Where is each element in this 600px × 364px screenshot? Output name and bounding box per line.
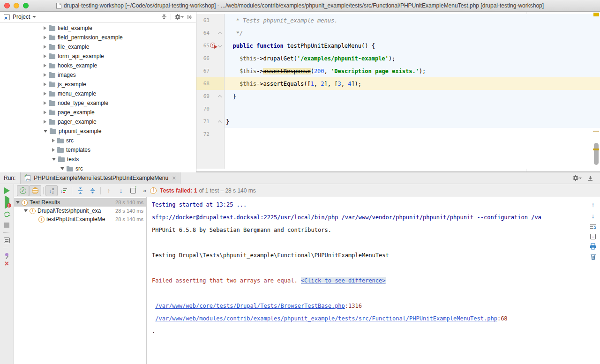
project-tree-item[interactable]: file_example	[0, 42, 196, 52]
test-tree-item[interactable]: !Test Results28 s 140 ms	[14, 198, 146, 207]
down-the-stacktrace-button[interactable]: ↓	[592, 212, 595, 220]
editor-line[interactable]: 72	[196, 128, 600, 141]
chevron-right-icon[interactable]	[44, 54, 46, 58]
line-number[interactable]: 66	[196, 55, 210, 61]
editor-line[interactable]: 64 */	[196, 27, 600, 39]
chevron-right-icon[interactable]	[44, 92, 46, 96]
rerun-failed-tests-button[interactable]: !	[5, 198, 9, 207]
print-button[interactable]	[590, 243, 596, 250]
project-tree-item[interactable]: field_example	[0, 23, 196, 33]
test-tree-item[interactable]: !testPhpUnitExampleMe28 s 140 ms	[14, 215, 146, 223]
project-panel-title[interactable]: Project	[13, 14, 30, 20]
line-number[interactable]: 70	[196, 106, 210, 112]
chevron-right-icon[interactable]	[44, 45, 46, 49]
console-link[interactable]: <Click to see difference>	[301, 277, 386, 284]
toggle-auto-test-button[interactable]	[3, 211, 11, 218]
failed-test-gutter-icon[interactable]: !	[210, 43, 215, 48]
fold-marker-icon[interactable]	[218, 44, 222, 47]
project-tree-item[interactable]: src	[0, 164, 196, 172]
chevron-right-icon[interactable]	[52, 139, 55, 142]
next-failed-test-button[interactable]: ↓	[115, 185, 127, 196]
more-actions-button[interactable]: »	[143, 187, 146, 194]
project-tree-item[interactable]: templates	[0, 145, 196, 155]
chevron-down-icon[interactable]	[16, 201, 20, 204]
close-tab-icon[interactable]: ×	[172, 175, 176, 181]
stripe-mark[interactable]	[593, 131, 599, 132]
select-opened-file-button[interactable]	[161, 14, 167, 20]
line-number[interactable]: 63	[196, 17, 210, 23]
editor-gutter[interactable]: 69	[196, 90, 225, 103]
project-tree-item[interactable]: page_example	[0, 108, 196, 117]
show-ignored-button[interactable]	[29, 185, 41, 196]
editor-line[interactable]: 69 }	[196, 90, 600, 103]
project-tree-item[interactable]: node_type_example	[0, 98, 196, 108]
project-settings-button[interactable]	[174, 14, 184, 20]
code-editor[interactable]: 63 * Tests phpunit_example menus.64 */65…	[196, 12, 600, 172]
error-stripe[interactable]	[592, 12, 600, 171]
console-link[interactable]: /var/www/web/modules/contrib/examples/ph…	[155, 315, 497, 322]
editor-line[interactable]: 65! public function testPhpUnitExampleMe…	[196, 39, 600, 52]
hide-run-panel-button[interactable]	[587, 175, 593, 181]
project-tree-item[interactable]: menu_example	[0, 89, 196, 98]
chevron-right-icon[interactable]	[44, 82, 46, 86]
chevron-right-icon[interactable]	[52, 148, 55, 152]
editor-gutter[interactable]: 71	[196, 115, 225, 128]
run-configuration-tab[interactable]: php ✓ PHPUnitExampleMenuTest.testPhpUnit…	[20, 172, 180, 184]
editor-line[interactable]: 67 $this->assertResponse(200, 'Descripti…	[196, 65, 600, 77]
project-tree-item[interactable]: pager_example	[0, 117, 196, 126]
chevron-down-icon[interactable]	[32, 16, 36, 20]
test-history-button[interactable]	[127, 185, 139, 196]
pin-tab-button[interactable]	[5, 253, 8, 256]
editor-gutter[interactable]: 66	[196, 52, 225, 65]
line-number[interactable]: 69	[196, 93, 210, 99]
editor-line[interactable]: 63 * Tests phpunit_example menus.	[196, 14, 600, 27]
zoom-window-button[interactable]	[23, 3, 29, 8]
editor-gutter[interactable]: 64	[196, 27, 225, 39]
chevron-down-icon[interactable]	[24, 209, 28, 212]
editor-gutter[interactable]: 65!	[196, 39, 225, 52]
clear-all-button[interactable]	[590, 253, 596, 260]
editor-scrollbar[interactable]	[594, 143, 599, 165]
minimize-window-button[interactable]	[14, 3, 19, 8]
warning-stripe-mark[interactable]	[593, 13, 599, 16]
collapse-all-button[interactable]	[86, 185, 98, 196]
fold-marker-icon[interactable]	[218, 120, 222, 124]
chevron-right-icon[interactable]	[44, 111, 46, 114]
soft-wrap-button[interactable]	[590, 223, 596, 230]
chevron-right-icon[interactable]	[44, 36, 46, 39]
test-tree-item[interactable]: !Drupal\Tests\phpunit_exa28 s 140 ms	[14, 207, 146, 215]
rerun-button[interactable]	[4, 187, 10, 194]
sort-alphabetically-button[interactable]: ↓az	[45, 185, 58, 196]
editor-line[interactable]: 71}	[196, 115, 600, 128]
line-number[interactable]: 68	[196, 81, 210, 87]
line-number[interactable]: 67	[196, 68, 210, 74]
editor-gutter[interactable]: 72	[196, 128, 225, 141]
editor-gutter[interactable]: 70	[196, 103, 225, 115]
close-run-panel-button[interactable]: ×	[5, 260, 9, 267]
line-number[interactable]: 71	[196, 119, 210, 125]
scroll-to-end-button[interactable]: ↓	[590, 234, 596, 239]
up-the-stacktrace-button[interactable]: ↑	[592, 201, 595, 208]
show-console-layout-button[interactable]	[4, 238, 10, 243]
project-tree-item[interactable]: js_example	[0, 80, 196, 89]
project-tree-item[interactable]: src	[0, 136, 196, 145]
chevron-right-icon[interactable]	[44, 64, 46, 67]
sort-by-duration-button[interactable]: ↓	[58, 185, 70, 196]
close-window-button[interactable]	[4, 3, 10, 8]
test-console[interactable]: Testing started at 13:25 ...sftp://docke…	[147, 197, 586, 364]
editor-line[interactable]: 66 $this->drupalGet('/examples/phpunit-e…	[196, 52, 600, 65]
stripe-mark[interactable]	[593, 149, 599, 150]
chevron-down-icon[interactable]	[52, 158, 56, 161]
editor-gutter[interactable]: 67	[196, 65, 225, 77]
editor-line[interactable]: 68 $this->assertEquals([1, 2], [3, 4]);	[196, 77, 600, 90]
stop-button[interactable]	[4, 223, 9, 228]
project-tree-item[interactable]: images	[0, 70, 196, 80]
line-number[interactable]: 64	[196, 30, 210, 36]
chevron-right-icon[interactable]	[44, 73, 46, 77]
chevron-right-icon[interactable]	[44, 120, 46, 124]
chevron-right-icon[interactable]	[44, 101, 46, 105]
editor-gutter[interactable]: 63	[196, 14, 225, 27]
line-number[interactable]: 65	[196, 43, 210, 49]
previous-failed-test-button[interactable]: ↑	[103, 185, 115, 196]
chevron-down-icon[interactable]	[60, 167, 64, 170]
